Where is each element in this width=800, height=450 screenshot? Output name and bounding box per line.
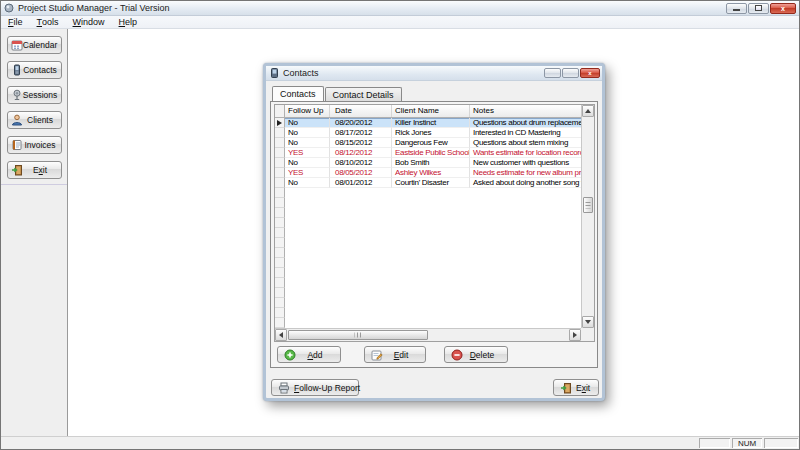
table-row[interactable]: YES08/12/2012Eastside Public SchoolWants…: [275, 148, 583, 158]
empty-row: [275, 298, 583, 308]
contacts-window-titlebar[interactable]: Contacts x: [266, 66, 602, 81]
scroll-up-button[interactable]: [582, 105, 594, 117]
status-bar-panel: [699, 438, 730, 448]
row-selector: [275, 248, 285, 258]
vertical-scrollbar[interactable]: [581, 105, 594, 328]
add-button[interactable]: Add: [277, 346, 341, 363]
table-row[interactable]: No08/10/2012Bob SmithNew customer with q…: [275, 158, 583, 168]
edit-button[interactable]: Edit: [364, 346, 426, 363]
current-row-arrow: [277, 120, 282, 126]
sidebar-item-sessions[interactable]: Sessions: [7, 86, 62, 104]
empty-row: [275, 228, 583, 238]
scroll-right-button[interactable]: [569, 329, 581, 341]
row-selector: [275, 128, 285, 138]
horizontal-scroll-thumb[interactable]: [288, 330, 428, 340]
sidebar-item-label: Invoices: [23, 140, 58, 150]
menu-help[interactable]: Help: [112, 16, 145, 29]
grid-header: Follow Up Date Client Name Notes: [275, 105, 583, 118]
table-row[interactable]: No08/17/2012Rick JonesInterested in CD M…: [275, 128, 583, 138]
column-header-notes[interactable]: Notes: [470, 105, 583, 117]
scroll-down-button[interactable]: [582, 316, 594, 328]
cell: Eastside Public School: [392, 148, 470, 158]
menu-window[interactable]: Window: [66, 16, 112, 29]
sidebar: Calendar Contacts Sessions: [1, 29, 68, 436]
minimize-button[interactable]: [726, 3, 747, 14]
empty-row: [275, 278, 583, 288]
status-bar: NUM: [1, 436, 799, 449]
cell: Ashley Wilkes: [392, 168, 470, 178]
num-lock-indicator: NUM: [732, 438, 762, 448]
scroll-left-button[interactable]: [275, 329, 287, 341]
add-button-label: Add: [296, 350, 334, 360]
arrow-down-icon: [585, 320, 591, 324]
tab-contact-details[interactable]: Contact Details: [325, 87, 402, 101]
contacts-window-body: Contacts Contact Details Follow Up Date …: [266, 81, 602, 398]
menu-file[interactable]: File: [1, 16, 30, 29]
arrow-up-icon: [585, 109, 591, 113]
tab-contacts[interactable]: Contacts: [272, 86, 324, 101]
table-row[interactable]: No08/20/2012Killer InstinctQuestions abo…: [275, 118, 583, 128]
grid-rows: No08/20/2012Killer InstinctQuestions abo…: [275, 118, 583, 328]
cell: 08/15/2012: [330, 138, 392, 148]
delete-button[interactable]: Delete: [444, 346, 508, 363]
arrow-right-icon: [573, 332, 577, 338]
column-header-client-name[interactable]: Client Name: [392, 105, 470, 117]
printer-icon: [278, 382, 290, 394]
cell: YES: [285, 148, 330, 158]
status-bar-panel: [764, 438, 798, 448]
row-selector: [275, 258, 285, 268]
cell: No: [285, 158, 330, 168]
cell: Killer Instinct: [392, 118, 470, 128]
sidebar-item-exit[interactable]: Exit: [7, 161, 62, 179]
cell: Wants estimate for location recording fo: [470, 148, 583, 158]
sidebar-item-clients[interactable]: Clients: [7, 111, 62, 129]
close-button[interactable]: x: [770, 3, 796, 14]
child-maximize-button[interactable]: [562, 68, 579, 78]
sidebar-item-calendar[interactable]: Calendar: [7, 36, 62, 54]
menu-bar: File Tools Window Help: [1, 16, 799, 29]
empty-row: [275, 188, 583, 198]
table-row[interactable]: No08/01/2012Courtin' DisasterAsked about…: [275, 178, 583, 188]
row-selector: [275, 138, 285, 148]
empty-row: [275, 218, 583, 228]
row-selector: [275, 158, 285, 168]
exit-button[interactable]: Exit: [553, 379, 599, 396]
cell: 08/12/2012: [330, 148, 392, 158]
cell: Questions about drum replacement: [470, 118, 583, 128]
menu-tools[interactable]: Tools: [30, 16, 66, 29]
empty-row: [275, 208, 583, 218]
vertical-scroll-thumb[interactable]: [583, 197, 593, 213]
delete-button-label: Delete: [463, 350, 501, 360]
column-header-date[interactable]: Date: [330, 105, 392, 117]
cell: No: [285, 178, 330, 188]
maximize-icon: [568, 71, 574, 76]
row-selector: [275, 168, 285, 178]
table-row[interactable]: No08/15/2012Dangerous FewQuestions about…: [275, 138, 583, 148]
child-close-button[interactable]: x: [580, 68, 600, 78]
titlebar[interactable]: Project Studio Manager - Trial Version x: [1, 1, 799, 16]
cell: Asked about doing another song for the: [470, 178, 583, 188]
maximize-button[interactable]: [748, 3, 769, 14]
cell: Bob Smith: [392, 158, 470, 168]
contacts-tab-page: Follow Up Date Client Name Notes No08/20…: [270, 101, 598, 368]
table-row[interactable]: YES08/05/2012Ashley WilkesNeeds estimate…: [275, 168, 583, 178]
sidebar-item-label: Clients: [23, 115, 58, 125]
cell: 08/01/2012: [330, 178, 392, 188]
child-minimize-button[interactable]: [544, 68, 561, 78]
contacts-window: Contacts x Contacts Contact Details Foll…: [263, 63, 605, 401]
contacts-grid: Follow Up Date Client Name Notes No08/20…: [274, 104, 595, 342]
sidebar-item-label: Contacts: [23, 65, 58, 75]
empty-row: [275, 288, 583, 298]
follow-up-report-button[interactable]: Follow-Up Report: [271, 379, 359, 396]
sidebar-item-invoices[interactable]: Invoices: [7, 136, 62, 154]
contacts-icon: [11, 64, 23, 76]
close-icon: x: [588, 70, 591, 76]
column-header-follow-up[interactable]: Follow Up: [285, 105, 330, 117]
window-title: Project Studio Manager - Trial Version: [18, 3, 170, 13]
empty-row: [275, 248, 583, 258]
row-selector: [275, 288, 285, 298]
empty-row: [275, 258, 583, 268]
row-selector: [275, 278, 285, 288]
horizontal-scrollbar[interactable]: [275, 328, 581, 341]
sidebar-item-contacts[interactable]: Contacts: [7, 61, 62, 79]
